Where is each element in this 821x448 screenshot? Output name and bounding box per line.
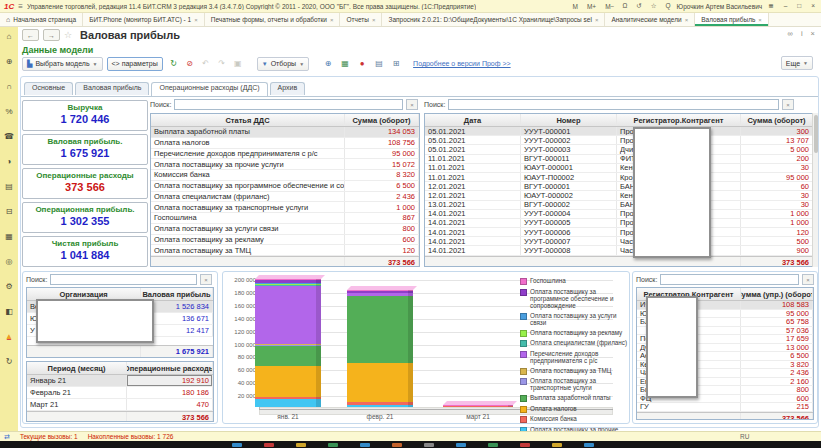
column-header[interactable]: Сумма (оборот) xyxy=(345,114,419,126)
pin-icon[interactable]: i xyxy=(801,29,803,38)
close-tab-icon[interactable]: × xyxy=(595,17,599,23)
view-tab[interactable]: Операционные расходы (ДДС) xyxy=(151,82,267,96)
phone-icon[interactable]: ☎ xyxy=(4,133,14,141)
refresh-icon[interactable]: ↻ xyxy=(167,57,181,71)
table-row[interactable]: 12.01.2021ЮАУТ-000002Кенеабанк" г...30 xyxy=(425,191,817,200)
font-scale-button[interactable]: М− xyxy=(603,3,616,10)
table-row[interactable]: 14.01.2021УУУТ-000008Час900 xyxy=(425,246,817,255)
column-header[interactable]: Операционные расходы xyxy=(127,362,213,374)
table-row[interactable]: Оплата специалистам (фриланс)2 436 xyxy=(151,192,419,203)
table-row[interactable]: 11.01.2021ВГУТ-000011ФИТОСИБИР.200 xyxy=(425,155,817,164)
link-icon[interactable]: ∞ xyxy=(788,29,793,38)
periods-table[interactable]: Период (месяц)Операционные расходыЯнварь… xyxy=(26,361,214,422)
table-row[interactable]: Оплата поставщику за услуги связи800 xyxy=(151,224,419,235)
window-tab[interactable]: Отчеты× xyxy=(340,13,382,26)
close-icon[interactable]: × xyxy=(809,2,817,10)
close-tab-icon[interactable]: × xyxy=(372,17,376,23)
table-row[interactable]: 14.01.2021УУУТ-000007Час500 xyxy=(425,237,817,246)
collapse-ribbon-icon[interactable]: ≣ xyxy=(766,2,775,10)
monitor-icon[interactable]: ∩ xyxy=(6,83,12,91)
table-row[interactable]: Выплата заработной платы134 053 xyxy=(151,127,419,138)
window-tab[interactable]: Валовая прибыль× xyxy=(695,13,769,26)
documents-table[interactable]: ДатаНомерРегистратор.КонтрагентСумма (об… xyxy=(424,113,818,267)
settings-icon[interactable]: ⚙ xyxy=(5,283,12,291)
clear-search-icon[interactable]: × xyxy=(802,274,814,285)
web-publish-icon[interactable]: ⊕ xyxy=(321,57,335,71)
crm-icon[interactable]: ◑ xyxy=(7,158,12,166)
table-row[interactable]: 12.01.2021ВГУТ-000001БАН60 xyxy=(425,182,817,191)
target-icon[interactable]: ◎ xyxy=(6,258,13,266)
column-header[interactable]: Период (месяц) xyxy=(27,362,127,374)
table-row[interactable]: Оплата поставщику за прочие услуги15 072 xyxy=(151,159,419,170)
forward-button[interactable]: → xyxy=(43,29,60,41)
keyboard-language[interactable]: RU xyxy=(740,433,749,440)
clear-search-icon[interactable]: × xyxy=(200,274,212,285)
search-icon[interactable]: Q xyxy=(664,2,673,10)
more-button[interactable]: Еще▼ xyxy=(781,56,813,70)
maximize-icon[interactable]: □ xyxy=(795,2,803,10)
table-row[interactable]: 13.01.2021ВГУТ-000002БАН30 xyxy=(425,201,817,210)
column-header[interactable]: Сумма (упр.) (оборот) xyxy=(741,288,813,300)
analytics-pyramid-icon[interactable]: ▲ xyxy=(5,333,13,341)
back-button[interactable]: ← xyxy=(22,29,39,41)
window-tab[interactable]: Запросник 2.0.21: D:\ОбщиеДокументы\1С Х… xyxy=(382,13,605,26)
window-tab[interactable]: ⌂Начальная страница xyxy=(0,13,83,26)
close-tab-icon[interactable]: × xyxy=(685,17,689,23)
select-model-button[interactable]: ▙ Выбрать модель▼ xyxy=(22,57,103,71)
column-header[interactable]: Регистратор.Контрагент xyxy=(617,114,741,126)
record-icon[interactable]: ● xyxy=(355,57,369,71)
table-row[interactable]: 05.01.2021УУУТ-000003Дчи5 000 xyxy=(425,145,817,154)
table-row[interactable]: 05.01.2021УУУТ-000001Про300 xyxy=(425,127,817,136)
chart-icon[interactable]: ▦ xyxy=(338,57,352,71)
table-row[interactable]: 05.01.2021УУУТ-000002Про13 707 xyxy=(425,136,817,145)
close-tab-icon[interactable]: × xyxy=(758,17,762,23)
clear-search-icon[interactable]: × xyxy=(782,99,794,110)
cancel-icon[interactable]: ⊘ xyxy=(183,57,197,71)
clear-search-icon[interactable]: × xyxy=(406,99,418,110)
stacked-bar[interactable] xyxy=(255,275,321,407)
favorite-star-icon[interactable]: ☆ xyxy=(64,30,72,40)
parameters-button[interactable]: <> параметры xyxy=(107,57,163,71)
purchases-icon[interactable]: ⊟ xyxy=(6,208,13,216)
view-tab[interactable]: Архив xyxy=(270,82,306,95)
table-icon[interactable]: ▤ xyxy=(372,57,386,71)
history-icon[interactable]: ↺ xyxy=(634,2,643,10)
close-form-icon[interactable]: × xyxy=(811,29,815,38)
close-tab-icon[interactable]: × xyxy=(330,17,334,23)
window-tab[interactable]: Аналитические модели× xyxy=(605,13,695,26)
current-user[interactable]: Юрочкин Артем Васильевич xyxy=(677,3,763,10)
font-scale-button[interactable]: М+ xyxy=(585,3,598,10)
close-tab-icon[interactable]: × xyxy=(194,17,198,23)
table-row[interactable]: 11.01.2021ЮАУТ-П00002Кро95 000 xyxy=(425,173,817,182)
table-row[interactable]: Январь 21192 910 xyxy=(27,375,213,387)
column-header[interactable]: Статья ДДС xyxy=(151,114,345,126)
briefcase-icon[interactable]: ▤ xyxy=(5,183,13,191)
font-scale-button[interactable]: М xyxy=(571,3,580,10)
org-search-input[interactable] xyxy=(50,274,197,285)
discounts-icon[interactable]: % xyxy=(5,108,12,116)
pivot-icon[interactable]: ⊞ xyxy=(389,57,403,71)
contragent-search-input[interactable] xyxy=(660,274,799,285)
table-row[interactable]: ГУ215 xyxy=(637,403,813,412)
minimize-icon[interactable]: – xyxy=(782,2,790,10)
kpi-icon[interactable]: ◧ xyxy=(5,308,13,316)
view-tab[interactable]: Валовая прибыль xyxy=(75,82,149,95)
about-version-link[interactable]: Подробнее о версии Проф >> xyxy=(413,60,510,67)
table-row[interactable]: Госпошлина867 xyxy=(151,213,419,224)
table-row[interactable]: Март 21470 xyxy=(27,399,213,411)
table-row[interactable]: Оплата поставщику за рекламу600 xyxy=(151,235,419,246)
dds-articles-table[interactable]: Статья ДДССумма (оборот)Выплата заработн… xyxy=(150,113,420,267)
web-services-icon[interactable]: ⊕ xyxy=(6,58,13,66)
docs-scrollbar[interactable] xyxy=(812,113,818,267)
table-row[interactable]: Комиссия банка8 320 xyxy=(151,170,419,181)
table-row[interactable]: Февраль 21180 186 xyxy=(27,387,213,399)
main-menu-icon[interactable]: ≡ xyxy=(18,2,23,11)
view-tab[interactable]: Основные xyxy=(24,82,73,95)
table-row[interactable]: Оплата налогов108 756 xyxy=(151,138,419,149)
filters-button[interactable]: ▼ Отборы▼ xyxy=(257,57,309,71)
table-row[interactable]: Оплата поставщику за программное обеспеч… xyxy=(151,181,419,192)
warehouse-icon[interactable]: ▦ xyxy=(5,233,13,241)
stacked-bar[interactable] xyxy=(347,286,413,407)
os-taskbar[interactable] xyxy=(0,441,821,448)
notifications-icon[interactable]: Ω xyxy=(620,2,629,10)
